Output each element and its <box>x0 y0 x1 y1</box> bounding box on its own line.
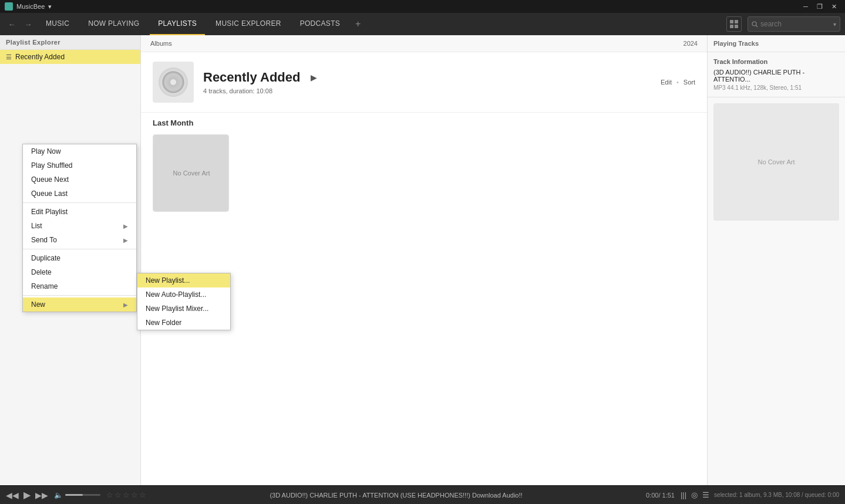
content-area: Albums 2024 Recently Added ▶ 4 tracks, d… <box>141 35 707 485</box>
close-button[interactable]: ✕ <box>827 0 840 13</box>
ctx-edit-playlist[interactable]: Edit Playlist <box>23 205 136 219</box>
titlebar: MusicBee ▾ ─ ❐ ✕ <box>0 0 845 13</box>
ctx-new-auto-playlist[interactable]: New Auto-Playlist... <box>137 287 230 302</box>
star-2[interactable]: ☆ <box>115 491 122 499</box>
add-tab-button[interactable]: + <box>351 19 365 29</box>
statusbar-right: ||| ◎ ☰ selected: 1 album, 9.3 MB, 10:08… <box>681 491 839 499</box>
search-icon <box>752 21 758 28</box>
playback-controls: ◀◀ ▶ ▶▶ <box>6 489 48 500</box>
ctx-sep-2 <box>23 249 136 249</box>
ctx-play-shuffled[interactable]: Play Shuffled <box>23 158 136 172</box>
forward-button[interactable]: → <box>21 17 35 31</box>
playlist-actions: Edit • Sort <box>661 79 695 86</box>
tab-music-explorer[interactable]: MUSIC EXPLORER <box>207 13 289 35</box>
rating-stars[interactable]: ☆ ☆ ☆ ☆ ☆ <box>106 491 146 499</box>
svg-point-4 <box>752 22 756 26</box>
view-icon <box>730 20 738 28</box>
app-icon <box>5 2 13 11</box>
prev-button[interactable]: ◀◀ <box>6 491 19 500</box>
status-track-text: (3D AUDIO!!) CHARLIE PUTH - ATTENTION (U… <box>152 492 640 499</box>
play-pause-button[interactable]: ▶ <box>23 489 31 500</box>
star-5[interactable]: ☆ <box>139 491 146 499</box>
svg-rect-0 <box>730 20 733 23</box>
playlist-info: Recently Added ▶ 4 tracks, duration: 10:… <box>203 70 317 94</box>
sidebar-item-label: Recently Added <box>15 53 65 61</box>
star-4[interactable]: ☆ <box>131 491 138 499</box>
status-selected-text: selected: 1 album, 9.3 MB, 10:08 / queue… <box>714 492 839 498</box>
ctx-sep-3 <box>23 295 136 296</box>
search-box: ▾ <box>748 16 840 32</box>
svg-line-5 <box>756 25 758 27</box>
app-title: MusicBee <box>16 3 45 10</box>
star-1[interactable]: ☆ <box>106 491 113 499</box>
playlist-hero: Recently Added ▶ 4 tracks, duration: 10:… <box>141 52 707 113</box>
status-time: 0:00/ 1:51 <box>646 492 675 499</box>
volume-slider[interactable] <box>65 494 100 496</box>
restore-button[interactable]: ❐ <box>813 0 826 13</box>
view-toggle-button[interactable] <box>726 16 742 32</box>
playlist-meta: 4 tracks, duration: 10:08 <box>203 87 317 94</box>
albums-label: Albums <box>150 40 684 47</box>
tab-podcasts[interactable]: PODCASTS <box>292 13 348 35</box>
ctx-send-to[interactable]: Send To ▶ <box>23 233 136 247</box>
ctx-duplicate[interactable]: Duplicate <box>23 251 136 265</box>
ctx-new-folder[interactable]: New Folder <box>137 316 230 330</box>
right-panel-no-cover: No Cover Art <box>713 103 839 221</box>
sidebar-section-title: Playlist Explorer <box>0 35 140 50</box>
minimize-button[interactable]: ─ <box>799 0 812 13</box>
edit-button[interactable]: Edit <box>661 79 672 86</box>
disc-hole <box>170 79 176 85</box>
year-label: 2024 <box>684 40 698 47</box>
navbar: ← → MUSIC NOW PLAYING PLAYLISTS MUSIC EX… <box>0 13 845 35</box>
album-art-no-cover: No Cover Art <box>153 135 229 211</box>
ctx-delete[interactable]: Delete <box>23 265 136 279</box>
back-button[interactable]: ← <box>5 17 19 31</box>
sidebar-item-recently-added[interactable]: ☰ Recently Added <box>0 50 140 64</box>
svg-rect-3 <box>735 25 738 28</box>
ctx-list-arrow: ▶ <box>123 223 128 229</box>
next-button[interactable]: ▶▶ <box>35 491 48 500</box>
list-icon: ☰ <box>6 53 12 61</box>
tab-music[interactable]: MUSIC <box>38 13 78 35</box>
album-grid: No Cover Art <box>141 131 707 224</box>
sort-button[interactable]: Sort <box>684 79 695 86</box>
playlist-title: Recently Added <box>203 70 300 85</box>
scrobble-button[interactable]: ◎ <box>691 491 698 499</box>
right-panel: Playing Tracks Track Information (3D AUD… <box>707 35 845 485</box>
album-card[interactable]: No Cover Art <box>153 134 229 212</box>
ctx-new-playlist-mixer[interactable]: New Playlist Mixer... <box>137 302 230 316</box>
ctx-list[interactable]: List ▶ <box>23 219 136 233</box>
play-button[interactable]: ▶ <box>311 73 317 82</box>
ctx-queue-last[interactable]: Queue Last <box>23 187 136 201</box>
ctx-send-to-arrow: ▶ <box>123 237 128 243</box>
app-title-arrow[interactable]: ▾ <box>48 3 52 11</box>
titlebar-controls: ─ ❐ ✕ <box>799 0 840 13</box>
right-panel-content: Track Information (3D AUDIO!!) CHARLIE P… <box>708 52 845 485</box>
ctx-sep-1 <box>23 202 136 203</box>
equalizer-button[interactable]: ||| <box>681 491 686 499</box>
search-dropdown-icon[interactable]: ▾ <box>833 21 836 28</box>
track-info-meta: MP3 44.1 kHz, 128k, Stereo, 1:51 <box>713 84 839 91</box>
star-3[interactable]: ☆ <box>123 491 130 499</box>
section-last-month: Last Month <box>141 113 707 131</box>
volume-control: 🔈 <box>54 491 100 499</box>
ctx-queue-next[interactable]: Queue Next <box>23 172 136 187</box>
track-info-title: Track Information <box>713 58 839 65</box>
disc-art <box>159 67 188 97</box>
no-cover-art-label: No Cover Art <box>173 170 210 177</box>
content-header: Albums 2024 <box>141 35 707 52</box>
tab-playlists[interactable]: PLAYLISTS <box>150 13 205 35</box>
context-menu: Play Now Play Shuffled Queue Next Queue … <box>22 144 137 312</box>
track-info-name: (3D AUDIO!!) CHARLIE PUTH - ATTENTIO... <box>713 69 839 83</box>
ctx-play-now[interactable]: Play Now <box>23 144 136 158</box>
ctx-rename[interactable]: Rename <box>23 279 136 293</box>
svg-rect-1 <box>735 20 738 23</box>
search-input[interactable] <box>760 20 831 28</box>
context-submenu-new: New Playlist... New Auto-Playlist... New… <box>137 273 231 330</box>
tab-now-playing[interactable]: NOW PLAYING <box>80 13 147 35</box>
ctx-new-playlist[interactable]: New Playlist... <box>137 273 230 287</box>
playlist-button[interactable]: ☰ <box>702 491 709 499</box>
ctx-new[interactable]: New ▶ <box>23 297 136 312</box>
titlebar-left: MusicBee ▾ <box>5 2 52 11</box>
volume-icon: 🔈 <box>54 491 63 499</box>
